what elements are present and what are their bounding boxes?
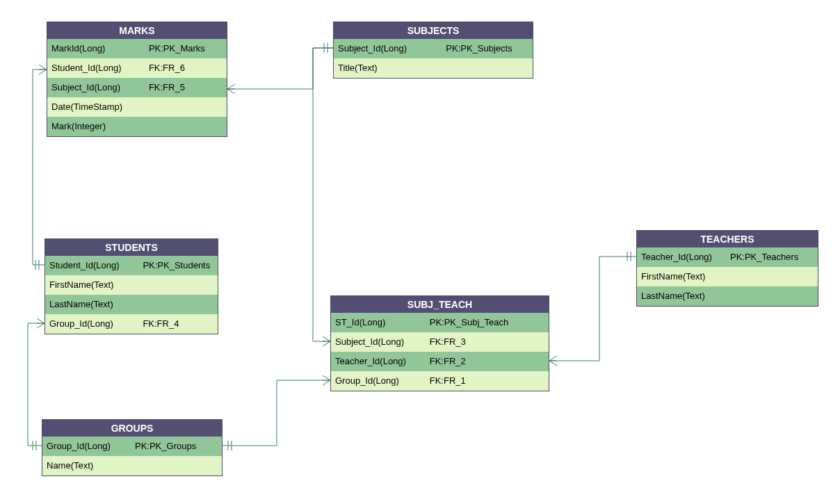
column-key [146, 97, 227, 117]
column-key [140, 275, 218, 295]
entity-row: Teacher_Id(Long) PK:PK_Teachers [637, 247, 818, 267]
entity-row: Group_Id(Long) FK:FR_1 [331, 371, 549, 391]
entity-students: STUDENTS Student_Id(Long) PK:PK_Students… [45, 238, 218, 334]
entity-row: Student_Id(Long) PK:PK_Students [45, 256, 218, 275]
column-name: Group_Id(Long) [45, 314, 140, 334]
entity-marks-title: MARKS [47, 22, 227, 39]
entity-subjects-title: SUBJECTS [334, 22, 533, 39]
entity-subjects: SUBJECTS Subject_Id(Long) PK:PK_Subjects… [333, 22, 533, 79]
column-name: Subject_Id(Long) [47, 78, 146, 97]
entity-row: ST_Id(Long) PK:PK_Subj_Teach [331, 313, 549, 332]
column-name: FirstName(Text) [637, 267, 727, 286]
entity-row: Subject_Id(Long) PK:PK_Subjects [334, 39, 533, 58]
entity-groups: GROUPS Group_Id(Long) PK:PK_Groups Name(… [42, 419, 223, 476]
entity-row: Group_Id(Long) PK:PK_Groups [42, 437, 222, 456]
entity-row: Student_Id(Long) FK:FR_6 [47, 58, 227, 78]
column-key: PK:PK_Groups [132, 437, 222, 456]
column-name: Student_Id(Long) [45, 256, 140, 275]
entity-row: Group_Id(Long) FK:FR_4 [45, 314, 218, 334]
column-key: FK:FR_1 [427, 371, 549, 391]
entity-row: MarkId(Long) PK:PK_Marks [47, 39, 227, 58]
column-key: FK:FR_4 [140, 314, 218, 334]
column-key: PK:PK_Students [140, 256, 218, 275]
svg-line-8 [39, 65, 47, 70]
column-key: FK:FR_5 [146, 78, 227, 97]
entity-row: FirstName(Text) [637, 267, 818, 286]
svg-line-24 [549, 361, 557, 366]
entity-students-title: STUDENTS [45, 239, 218, 256]
entity-subj-teach-title: SUBJ_TEACH [331, 296, 549, 313]
svg-line-1 [227, 89, 235, 94]
entity-groups-title: GROUPS [42, 420, 222, 437]
column-key: FK:FR_6 [146, 58, 227, 78]
entity-subj-teach: SUBJ_TEACH ST_Id(Long) PK:PK_Subj_Teach … [330, 295, 549, 391]
column-name: LastName(Text) [637, 286, 727, 306]
entity-teachers-title: TEACHERS [637, 231, 818, 247]
column-key [132, 456, 222, 475]
entity-marks: MARKS MarkId(Long) PK:PK_Marks Student_I… [47, 22, 227, 137]
column-key [140, 295, 218, 314]
svg-line-5 [323, 336, 330, 341]
entity-row: LastName(Text) [45, 295, 218, 314]
entity-row: LastName(Text) [637, 286, 818, 306]
column-name: FirstName(Text) [45, 275, 140, 295]
entity-teachers: TEACHERS Teacher_Id(Long) PK:PK_Teachers… [636, 230, 818, 307]
svg-line-14 [37, 323, 45, 328]
column-name: Name(Text) [42, 456, 132, 475]
column-key: FK:FR_2 [427, 352, 549, 371]
column-name: Teacher_Id(Long) [637, 247, 727, 267]
column-name: Group_Id(Long) [42, 437, 132, 456]
column-name: Mark(Integer) [47, 117, 146, 136]
column-key: PK:PK_Marks [146, 39, 227, 58]
column-key [727, 286, 818, 306]
svg-line-18 [323, 375, 330, 380]
svg-line-9 [39, 70, 47, 74]
column-name: Group_Id(Long) [331, 371, 427, 391]
entity-row: Mark(Integer) [47, 117, 227, 136]
entity-row: Date(TimeStamp) [47, 97, 227, 117]
svg-line-19 [323, 380, 330, 385]
column-name: Title(Text) [334, 58, 443, 78]
column-name: Student_Id(Long) [47, 58, 146, 78]
entity-row: Subject_Id(Long) FK:FR_3 [331, 332, 549, 352]
svg-line-0 [227, 84, 235, 89]
entity-row: FirstName(Text) [45, 275, 218, 295]
entity-row: Title(Text) [334, 58, 533, 78]
svg-line-13 [37, 318, 45, 323]
column-name: Subject_Id(Long) [334, 39, 443, 58]
column-key: FK:FR_3 [427, 332, 549, 352]
column-name: MarkId(Long) [47, 39, 146, 58]
entity-row: Teacher_Id(Long) FK:FR_2 [331, 352, 549, 371]
column-key [443, 58, 533, 78]
svg-line-6 [323, 341, 330, 346]
entity-row: Subject_Id(Long) FK:FR_5 [47, 78, 227, 97]
column-key: PK:PK_Subjects [443, 39, 533, 58]
column-name: LastName(Text) [45, 295, 140, 314]
column-name: Subject_Id(Long) [331, 332, 427, 352]
column-name: Teacher_Id(Long) [331, 352, 427, 371]
column-key [727, 267, 818, 286]
column-key: PK:PK_Teachers [727, 247, 818, 267]
column-key [146, 117, 227, 136]
entity-row: Name(Text) [42, 456, 222, 475]
svg-line-23 [549, 356, 557, 361]
column-name: Date(TimeStamp) [47, 97, 146, 117]
column-key: PK:PK_Subj_Teach [427, 313, 549, 332]
column-name: ST_Id(Long) [331, 313, 427, 332]
